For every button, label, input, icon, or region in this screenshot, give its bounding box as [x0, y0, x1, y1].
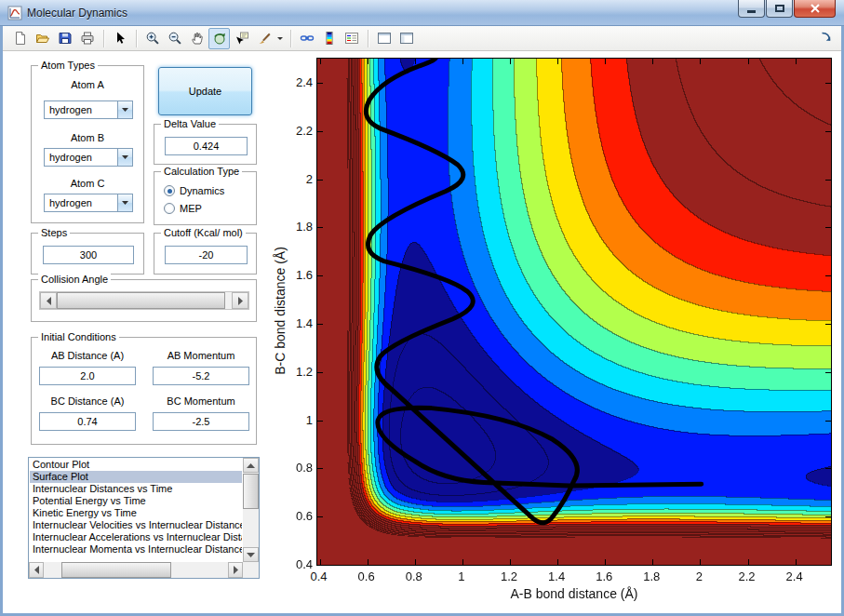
chevron-down-icon[interactable] [117, 194, 132, 211]
delta-value-panel: Delta Value [154, 124, 257, 165]
close-icon [811, 4, 820, 13]
bc-distance-field[interactable] [39, 412, 136, 431]
collision-angle-slider[interactable] [39, 291, 249, 310]
insert-legend-tool[interactable] [341, 28, 362, 49]
list-item[interactable]: Kinetic Energy vs Time [30, 507, 242, 519]
ab-distance-field[interactable] [39, 367, 136, 385]
update-button[interactable]: Update [158, 67, 252, 115]
minimize-icon [747, 10, 756, 13]
pointer-tool[interactable] [109, 28, 130, 49]
atom-b-dropdown[interactable]: hydrogen [44, 148, 133, 167]
bc-momentum-field[interactable] [153, 412, 249, 431]
link-plots-tool[interactable] [296, 28, 317, 49]
contour-plot[interactable] [316, 58, 832, 566]
app-icon [7, 6, 22, 20]
panel-title: Calculation Type [161, 166, 242, 177]
list-item[interactable]: Potential Energy vs Time [30, 495, 242, 507]
atom-types-panel: Atom Types Atom A hydrogen Atom B hydrog… [31, 65, 144, 223]
rotate-3d-tool[interactable] [208, 28, 230, 49]
list-item[interactable]: Internuclear Distances vs Time [30, 483, 242, 495]
atom-c-value: hydrogen [49, 197, 92, 208]
x-tick-label: 2.2 [729, 569, 766, 583]
chevron-down-icon[interactable] [117, 149, 132, 166]
atom-c-dropdown[interactable]: hydrogen [44, 194, 133, 212]
data-cursor-tool[interactable] [231, 28, 252, 49]
calculation-type-panel: Calculation Type Dynamics MEP [154, 171, 257, 225]
print-figure[interactable] [76, 28, 98, 49]
radio-mep[interactable]: MEP [164, 202, 202, 215]
x-tick-label: 1.2 [490, 569, 528, 583]
open-file[interactable] [32, 28, 53, 49]
radio-icon [164, 185, 175, 196]
list-item[interactable]: Surface Plot [30, 471, 242, 483]
y-tick-label: 0.4 [283, 557, 313, 571]
cutoff-panel: Cutoff (Kcal/ mol) [154, 233, 257, 275]
steps-field[interactable] [43, 246, 134, 264]
x-tick-label: 1.6 [585, 569, 623, 583]
listbox-horizontal-scrollbar[interactable] [29, 562, 243, 578]
x-tick-label: 0.6 [348, 569, 385, 583]
toolbar-separator [290, 30, 291, 47]
zoom-out-tool[interactable] [164, 28, 185, 49]
maximize-button[interactable] [766, 0, 793, 18]
save-figure[interactable] [54, 28, 75, 49]
scroll-up-arrow[interactable] [243, 458, 259, 473]
window-title: Molecular Dynamics [27, 7, 127, 20]
y-tick-label: 2 [283, 172, 313, 186]
scrollbar-thumb[interactable] [243, 474, 259, 509]
scroll-down-arrow[interactable] [243, 547, 259, 562]
minimize-button[interactable] [738, 0, 765, 18]
panel-title: Atom Types [38, 60, 98, 71]
list-item[interactable]: Contour Plot [30, 459, 242, 471]
insert-colorbar-tool[interactable] [318, 28, 340, 49]
scroll-right-arrow[interactable] [228, 562, 243, 578]
slider-left-arrow[interactable] [40, 292, 57, 309]
window-border-left [0, 26, 3, 616]
cutoff-field[interactable] [165, 246, 248, 264]
toolbar-separator [136, 30, 137, 47]
scrollbar-corner [243, 562, 259, 578]
radio-dynamics[interactable]: Dynamics [164, 184, 224, 197]
zoom-in-tool[interactable] [141, 28, 163, 49]
brush-tool[interactable] [253, 28, 275, 49]
panel-title: Collision Angle [38, 274, 111, 285]
title-bar[interactable]: Molecular Dynamics [0, 0, 844, 26]
list-item[interactable]: Internuclear Momenta vs Internuclear Dis… [30, 543, 242, 556]
list-item[interactable]: Internuclear Velocities vs Internuclear … [30, 519, 242, 531]
ab-momentum-field[interactable] [153, 367, 249, 385]
window-controls [737, 0, 836, 18]
slider-thumb[interactable] [57, 292, 225, 309]
hide-plot-tools-button[interactable] [373, 28, 395, 49]
x-tick-label: 1 [443, 569, 480, 583]
chevron-down-icon[interactable] [117, 101, 132, 118]
x-tick-label: 1.8 [633, 569, 670, 583]
steps-panel: Steps [31, 233, 144, 275]
bc-distance-label: BC Distance (A) [39, 395, 136, 407]
pan-tool[interactable] [186, 28, 208, 49]
atom-b-label: Atom B [32, 132, 143, 143]
scrollbar-thumb[interactable] [61, 562, 171, 578]
new-figure[interactable] [9, 28, 31, 49]
toolbar [3, 26, 841, 51]
collision-angle-panel: Collision Angle [31, 279, 257, 322]
list-item[interactable]: Internuclear Accelerations vs Internucle… [30, 531, 242, 543]
bc-momentum-label: BC Momentum [153, 395, 249, 407]
scroll-left-arrow[interactable] [29, 562, 44, 578]
x-tick-label: 0.8 [395, 569, 433, 583]
panel-title: Cutoff (Kcal/ mol) [161, 227, 246, 238]
atom-a-dropdown[interactable]: hydrogen [44, 100, 133, 119]
plot-type-listbox[interactable]: Contour PlotSurface PlotInternuclear Dis… [28, 457, 260, 579]
show-plot-tools-button[interactable] [395, 28, 417, 49]
brush-dropdown-caret[interactable] [275, 28, 285, 49]
dock-figure-arrow[interactable] [820, 31, 835, 46]
close-button[interactable] [794, 0, 836, 18]
x-tick-label: 2 [680, 569, 717, 583]
ab-distance-label: AB Distance (A) [39, 350, 136, 361]
app-window: Molecular Dynamics Atom Types Atom A hyd… [0, 0, 844, 616]
radio-label: MEP [180, 203, 202, 214]
toolbar-separator [103, 30, 104, 47]
listbox-vertical-scrollbar[interactable] [243, 458, 259, 562]
slider-right-arrow[interactable] [232, 292, 248, 309]
radio-icon [164, 203, 175, 214]
delta-value-field[interactable] [165, 137, 248, 155]
